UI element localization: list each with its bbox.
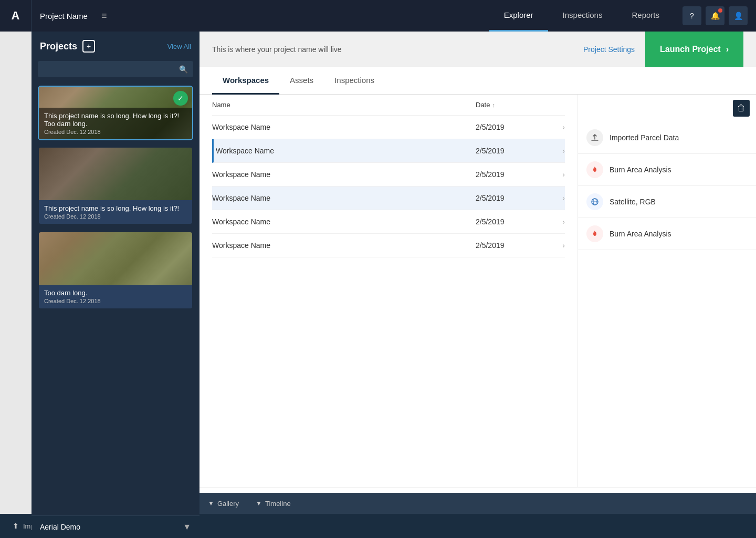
row-workspace-name-2: Workspace Name	[212, 170, 476, 179]
row-date-2: 2/5/2019	[476, 170, 544, 179]
project-date-0: Created Dec. 12 2018	[44, 129, 187, 135]
logo-letter: A	[12, 9, 20, 23]
content-body: Workspaces Assets Inspections Name Date …	[200, 67, 756, 514]
project-header-right: Project Settings Launch Project ›	[573, 32, 743, 67]
help-icon: ?	[690, 12, 694, 20]
table-row[interactable]: Workspace Name 2/5/2019 ›	[212, 187, 565, 210]
user-icon: 👤	[734, 12, 743, 20]
hamburger-icon[interactable]: ≡	[96, 11, 112, 22]
project-card-0[interactable]: ✓ This project name is so long. How long…	[38, 86, 193, 140]
sort-icon: ↑	[492, 102, 495, 108]
nav-tab-inspections[interactable]: Inspections	[548, 0, 617, 32]
project-description: This is where your project name will liv…	[212, 45, 342, 54]
layer-item-burn-area-2[interactable]: Burn Area Analysis	[578, 218, 756, 250]
timeline-button[interactable]: ▼ Timeline	[247, 493, 299, 514]
user-button[interactable]: 👤	[729, 6, 748, 25]
project-search-input[interactable]	[38, 61, 193, 77]
row-date-3: 2/5/2019	[476, 194, 544, 202]
row-chevron-5: ›	[544, 241, 565, 250]
layer-item-imported-parcel[interactable]: Imported Parcel Data	[578, 122, 756, 154]
gallery-chevron-icon: ▼	[208, 500, 214, 507]
layer-icon-upload	[586, 129, 603, 146]
add-project-button[interactable]: +	[82, 40, 95, 53]
row-date-4: 2/5/2019	[476, 218, 544, 226]
row-chevron-1: ›	[544, 147, 565, 155]
nav-tabs: Explorer Inspections Reports	[489, 0, 674, 32]
timeline-label: Timeline	[265, 500, 291, 508]
launch-project-button[interactable]: Launch Project ›	[645, 32, 743, 67]
table-row[interactable]: Workspace Name 2/5/2019 ›	[212, 163, 565, 187]
projects-title-group: Projects +	[40, 40, 95, 53]
layer-name-burn-area-2: Burn Area Analysis	[610, 230, 671, 238]
project-card-2[interactable]: Too darn long. Created Dec. 12 2018	[38, 231, 193, 309]
row-workspace-name-3: Workspace Name	[212, 194, 476, 202]
projects-panel: Projects + View All 🔍 ✓ This project nam…	[32, 32, 200, 538]
row-workspace-name-4: Workspace Name	[212, 218, 476, 226]
layer-icon-globe	[586, 193, 603, 210]
gallery-button[interactable]: ▼ Gallery	[200, 493, 247, 514]
project-card-image-2	[39, 232, 192, 285]
row-workspace-name-1: Workspace Name	[216, 147, 476, 155]
table-area: Name Date ↑ Workspace Name 2/5/2019 › Wo…	[200, 95, 756, 487]
bell-icon: 🔔	[711, 12, 720, 20]
timeline-chevron-icon: ▼	[256, 500, 262, 507]
table-row[interactable]: Workspace Name 2/5/2019 ›	[212, 116, 565, 139]
layer-name-burn-area-1: Burn Area Analysis	[610, 165, 671, 174]
layer-name-satellite-rgb: Satellite, RGB	[610, 198, 656, 206]
tab-inspections[interactable]: Inspections	[324, 67, 385, 95]
aerial-demo-bar[interactable]: Aerial Demo ▼	[32, 515, 200, 538]
app-logo[interactable]: A	[0, 0, 32, 32]
project-card-1[interactable]: This project name is so long. How long i…	[38, 147, 193, 225]
table-row[interactable]: Workspace Name 2/5/2019 ›	[212, 234, 565, 257]
content-tabs: Workspaces Assets Inspections	[200, 67, 756, 95]
row-chevron-0: ›	[544, 123, 565, 131]
layers-panel: 🗑 Imported Parcel Data	[578, 95, 756, 487]
row-chevron-4: ›	[544, 218, 565, 226]
table-header-row: Name Date ↑	[212, 95, 565, 116]
notification-button[interactable]: 🔔	[706, 6, 724, 25]
row-date-5: 2/5/2019	[476, 241, 544, 250]
projects-title: Projects	[40, 41, 77, 52]
project-info-2: Too darn long. Created Dec. 12 2018	[39, 285, 192, 308]
nav-tab-explorer[interactable]: Explorer	[489, 0, 548, 32]
row-chevron-2: ›	[544, 170, 565, 179]
launch-project-arrow-icon: ›	[726, 45, 729, 54]
layers-trash-button[interactable]: 🗑	[733, 100, 750, 117]
project-settings-link[interactable]: Project Settings	[573, 45, 645, 54]
nav-tab-reports[interactable]: Reports	[617, 0, 674, 32]
layer-name-imported-parcel: Imported Parcel Data	[610, 133, 679, 142]
notification-badge	[718, 8, 722, 13]
layer-item-satellite-rgb[interactable]: Satellite, RGB	[578, 186, 756, 218]
project-header: This is where your project name will liv…	[200, 32, 756, 67]
launch-project-label: Launch Project	[660, 45, 721, 54]
table-row[interactable]: Workspace Name 2/5/2019 ›	[212, 210, 565, 234]
projects-header: Projects + View All	[32, 32, 200, 57]
layer-icon-fire-2	[586, 225, 603, 242]
imported-data-icon: ⬆	[13, 522, 19, 530]
main-content: This is where your project name will liv…	[200, 32, 756, 514]
gallery-label: Gallery	[217, 500, 239, 508]
help-button[interactable]: ?	[682, 6, 701, 25]
layers-header: 🗑	[578, 95, 756, 122]
nav-project-name: Project Name	[32, 12, 96, 20]
project-info-0: This project name is so long. How long i…	[39, 108, 192, 139]
project-card-image-0: ✓ This project name is so long. How long…	[39, 87, 192, 139]
project-name-2: Too darn long.	[44, 289, 187, 297]
trash-icon: 🗑	[737, 104, 746, 113]
top-nav: A Project Name ≡ Explorer Inspections Re…	[0, 0, 756, 32]
tab-assets[interactable]: Assets	[279, 67, 324, 95]
projects-list: ✓ This project name is so long. How long…	[32, 81, 200, 515]
project-name-1: This project name is so long. How long i…	[44, 204, 187, 212]
col-header-date: Date ↑	[476, 101, 544, 109]
project-selected-check-0: ✓	[173, 91, 188, 106]
aerial-demo-label: Aerial Demo	[40, 523, 80, 531]
view-all-link[interactable]: View All	[167, 43, 191, 50]
project-info-1: This project name is so long. How long i…	[39, 200, 192, 224]
table-row[interactable]: Workspace Name 2/5/2019 ›	[212, 139, 565, 163]
layer-icon-fire-1	[586, 161, 603, 178]
col-header-name: Name	[212, 101, 476, 109]
tab-workspaces[interactable]: Workspaces	[212, 67, 279, 95]
gallery-timeline-bar: ▼ Gallery ▼ Timeline	[200, 493, 756, 514]
aerial-demo-chevron-icon: ▼	[183, 522, 191, 532]
layer-item-burn-area-1[interactable]: Burn Area Analysis	[578, 154, 756, 186]
